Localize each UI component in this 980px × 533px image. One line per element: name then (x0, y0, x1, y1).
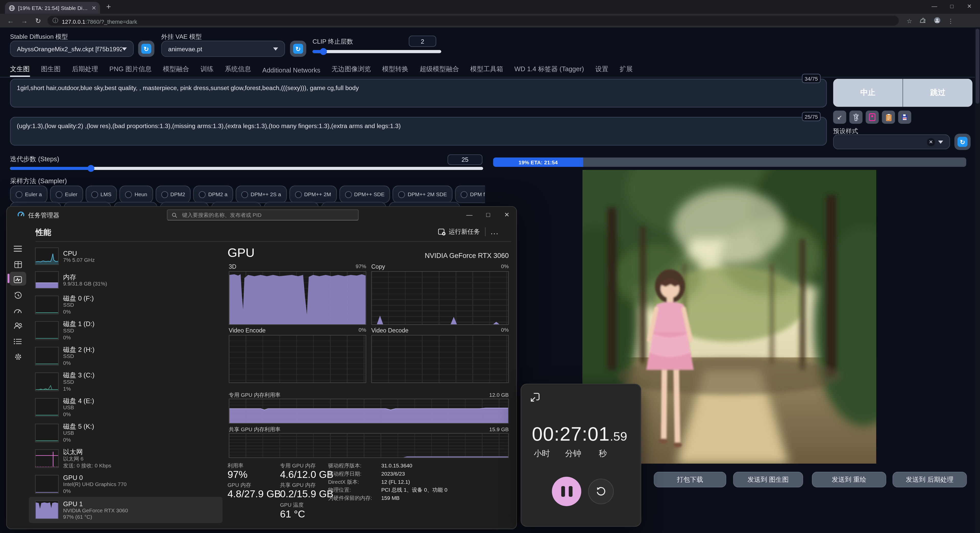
reload-icon[interactable]: ↻ (31, 17, 45, 25)
vae-dropdown[interactable]: animevae.pt (161, 41, 285, 57)
send-to-inpaint-button[interactable]: 发送到 重绘 (812, 472, 886, 487)
sampler-lms[interactable]: LMS (86, 186, 117, 203)
browser-menu-kebab-icon[interactable]: ⋮ (944, 17, 958, 24)
sampler-dpm2[interactable]: DPM2 (156, 186, 191, 203)
perf-item-disk5[interactable]: 磁盘 5 (K:)USB0% (29, 420, 223, 445)
tab-system-info[interactable]: 系统信息 (225, 65, 251, 77)
perf-item-ethernet[interactable]: 以太网以太网 6发送: 0 接收: 0 Kbps (29, 445, 223, 471)
perf-item-gpu0[interactable]: GPU 0Intel(R) UHD Graphics 7700% (29, 471, 223, 497)
interrupt-button[interactable]: 中止 (833, 79, 902, 107)
sampler-dpmpp-2m[interactable]: DPM++ 2M (289, 186, 337, 203)
tab-img2img[interactable]: 图生图 (41, 65, 60, 77)
tab-model-toolkit[interactable]: 模型工具箱 (470, 65, 503, 77)
tm-more-menu-button[interactable]: ... (490, 228, 499, 236)
vae-refresh-button[interactable]: ↻ (290, 41, 306, 57)
sampler-dpmpp-2m-sde[interactable]: DPM++ 2M SDE (393, 186, 453, 203)
perf-item-disk0[interactable]: 磁盘 0 (F:)SSD0% (29, 292, 223, 317)
window-maximize-button[interactable]: □ (944, 0, 960, 13)
tab-checkpoint-merger[interactable]: 模型融合 (163, 65, 189, 77)
paste-generation-params-button[interactable]: ↙ (833, 110, 846, 124)
tm-settings-gear-icon[interactable] (7, 524, 29, 530)
pause-button[interactable] (552, 477, 581, 506)
negative-prompt-input[interactable]: (ugly:1.3),(low quality:2) ,(low res),(b… (10, 117, 827, 146)
perf-item-disk3[interactable]: 磁盘 3 (C:)SSD1% (29, 369, 223, 394)
tm-close-button[interactable]: ✕ (497, 207, 516, 223)
tm-search-input[interactable] (181, 211, 354, 219)
perf-item-gpu1[interactable]: GPU 1NVIDIA GeForce RTX 306097% (61 °C) (29, 497, 223, 523)
perf-item-disk2[interactable]: 磁盘 2 (H:)SSD0% (29, 343, 223, 368)
zip-download-button[interactable]: 打包下载 (654, 472, 726, 487)
send-to-img2img-button[interactable]: 发送到 图生图 (733, 472, 803, 487)
sampler-dpm-fast[interactable]: DPM fast (455, 186, 485, 203)
profile-avatar[interactable] (930, 17, 944, 25)
sampler-dpm2-a[interactable]: DPM2 a (193, 186, 233, 203)
back-icon[interactable]: ← (4, 17, 18, 24)
forward-icon[interactable]: → (18, 17, 32, 24)
tab-image-browser[interactable]: 无边图像浏览 (331, 65, 371, 77)
model-refresh-button[interactable]: ↻ (138, 41, 154, 57)
tm-search-box[interactable] (167, 209, 359, 220)
site-info-icon[interactable]: ⓘ (52, 17, 58, 25)
sampler-euler-a[interactable]: Euler a (10, 186, 48, 203)
clear-selection-icon[interactable]: ✕ (927, 138, 935, 146)
tab-train[interactable]: 训练 (200, 65, 213, 77)
tm-startup-apps-icon[interactable] (7, 303, 29, 318)
steps-value[interactable]: 25 (447, 154, 482, 165)
new-tab-button[interactable]: + (106, 3, 111, 11)
tm-performance-icon[interactable] (7, 272, 29, 287)
tab-model-convert[interactable]: 模型转换 (382, 65, 408, 77)
perf-item-disk1[interactable]: 磁盘 1 (D:)SSD0% (29, 317, 223, 343)
popout-window-icon[interactable] (530, 392, 540, 403)
perf-item-cpu[interactable]: CPU7% 5.07 GHz (29, 244, 223, 268)
clip-skip-value[interactable]: 2 (409, 36, 436, 47)
window-close-button[interactable]: ✕ (961, 0, 978, 13)
reset-button[interactable] (588, 479, 614, 504)
page-scrollbar-thumb[interactable] (976, 29, 980, 104)
tm-services-icon[interactable] (7, 349, 29, 364)
tm-maximize-button[interactable]: □ (479, 207, 497, 223)
steps-slider[interactable] (10, 167, 483, 170)
extensions-puzzle-icon[interactable] (916, 17, 930, 24)
styles-dropdown[interactable]: ✕ (833, 134, 950, 150)
perf-item-memory[interactable]: 内存9.9/31.8 GB (31%) (29, 268, 223, 292)
sampler-dpmpp-2s-a[interactable]: DPM++ 2S a (235, 186, 286, 203)
steps-slider-handle[interactable] (88, 165, 94, 172)
tm-processes-icon[interactable] (7, 257, 29, 272)
extra-networks-button[interactable] (865, 110, 879, 124)
sampler-heun[interactable]: Heun (119, 186, 153, 203)
run-new-task-button[interactable]: 运行新任务 (438, 228, 480, 236)
clip-skip-slider[interactable] (312, 50, 441, 53)
url-bar[interactable]: ⓘ 127.0.0.1:7860/?_theme=dark (48, 16, 899, 25)
styles-refresh-button[interactable]: ↻ (955, 134, 971, 150)
tm-titlebar[interactable]: 任务管理器 — □ ✕ (7, 207, 517, 223)
tab-super-merger[interactable]: 超级模型融合 (420, 65, 459, 77)
tm-menu-hamburger-icon[interactable] (7, 241, 29, 256)
clear-prompt-button[interactable] (850, 110, 862, 124)
tm-details-icon[interactable] (7, 334, 29, 349)
clip-skip-slider-handle[interactable] (320, 48, 327, 55)
sampler-euler[interactable]: Euler (50, 186, 83, 203)
browser-tab[interactable]: [19% ETA: 21:54] Stable Diffusi ✕ (5, 2, 100, 14)
tab-wd-tagger[interactable]: WD 1.4 标签器 (Tagger) (514, 65, 584, 77)
apply-style-button[interactable] (882, 110, 895, 124)
sampler-dpmpp-sde[interactable]: DPM++ SDE (339, 186, 390, 203)
tab-settings[interactable]: 设置 (595, 65, 608, 77)
tab-txt2img[interactable]: 文生图 (10, 65, 30, 77)
save-style-button[interactable] (898, 110, 911, 124)
model-dropdown[interactable]: AbyssOrangeMix2_sfw.ckpt [f75b19923f] (10, 41, 134, 57)
tm-users-icon[interactable] (7, 318, 29, 333)
skip-button[interactable]: 跳过 (903, 79, 973, 107)
tab-png-info[interactable]: PNG 图片信息 (110, 65, 152, 77)
send-to-extras-button[interactable]: 发送到 后期处理 (892, 472, 967, 487)
window-minimize-button[interactable]: — (926, 0, 942, 13)
tab-extras[interactable]: 后期处理 (72, 65, 98, 77)
tm-minimize-button[interactable]: — (460, 207, 479, 223)
tab-additional-networks[interactable]: Additional Networks (262, 66, 320, 77)
stopwatch-widget[interactable]: 00:27:01 .59 小时 分钟 秒 (520, 384, 641, 527)
tab-extensions[interactable]: 扩展 (620, 65, 633, 77)
prompt-input[interactable]: 1girl,short hair,outdoor,blue sky,best q… (10, 79, 827, 108)
bookmark-star-icon[interactable]: ☆ (902, 17, 916, 24)
tm-app-history-icon[interactable] (7, 288, 29, 303)
tab-close-icon[interactable]: ✕ (92, 5, 96, 11)
perf-item-disk4[interactable]: 磁盘 4 (E:)USB0% (29, 394, 223, 420)
